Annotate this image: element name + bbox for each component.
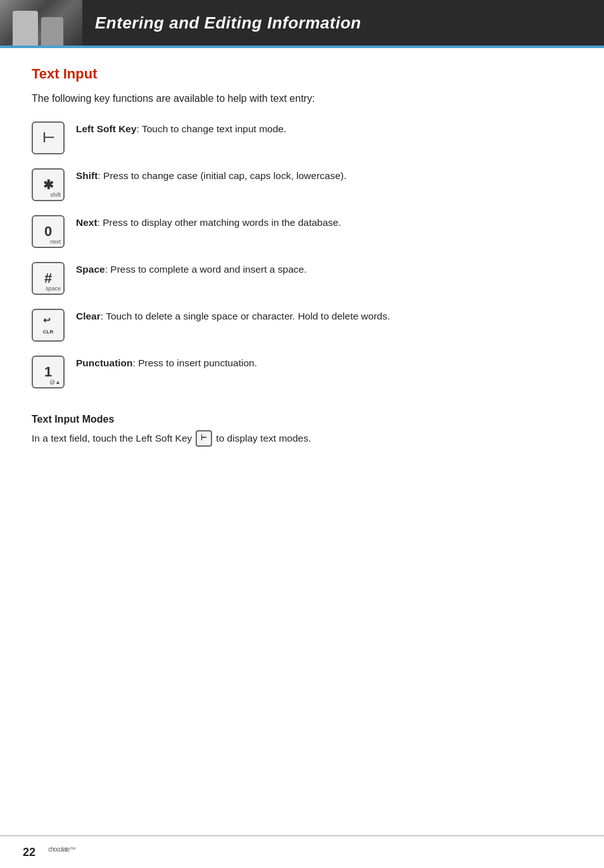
clear-icon: ↩CLR [32,309,65,342]
key-item-space: # space Space: Press to complete a word … [32,262,572,295]
sub-section-title: Text Input Modes [32,414,572,425]
sub-text-after: to display text modes. [216,431,311,447]
lsk-description: Left Soft Key: Touch to change text inpu… [76,121,286,137]
punctuation-desc-text: Press to insert punctuation. [138,357,257,368]
space-sub: space [46,285,61,292]
shift-label: Shift [76,170,98,181]
next-description: Next: Press to display other matching wo… [76,215,341,230]
footer: 22 chocolate™ [0,835,604,868]
shift-sub: shift [50,192,61,198]
key-item-shift: ✱ shift Shift: Press to change case (ini… [32,168,572,201]
figure-left [13,11,38,46]
key-item-clear: ↩CLR Clear: Touch to delete a single spa… [32,309,572,342]
header-image [0,0,82,46]
lsk-colon: : [137,123,142,134]
key-item-punctuation: 1 @▲ Punctuation: Press to insert punctu… [32,356,572,388]
sub-section-text: In a text field, touch the Left Soft Key… [32,430,572,447]
clear-symbol: ↩CLR [43,315,53,335]
next-symbol: 0 [44,223,52,240]
clear-colon: : [101,311,106,321]
clear-description: Clear: Touch to delete a single space or… [76,309,390,324]
punctuation-icon: 1 @▲ [32,356,65,388]
clear-label: Clear [76,311,101,321]
punctuation-sub: @▲ [49,379,61,385]
shift-description: Shift: Press to change case (initial cap… [76,168,346,183]
header-photo [0,0,82,46]
space-colon: : [105,264,111,275]
punctuation-description: Punctuation: Press to insert punctuation… [76,356,257,371]
header: Entering and Editing Information [0,0,604,46]
space-label: Space [76,264,105,275]
section-title: Text Input [32,66,572,82]
brand-logo: chocolate™ [48,844,75,860]
brand-suffix: ™ [70,846,75,853]
shift-symbol: ✱ [43,177,54,192]
punctuation-colon: : [133,357,139,368]
next-label: Next [76,217,98,228]
sub-section-modes: Text Input Modes In a text field, touch … [32,407,572,447]
lsk-label: Left Soft Key [76,123,137,134]
lsk-desc-text: Touch to change text input mode. [142,123,286,134]
page-number: 22 [23,846,35,859]
next-sub: next [50,239,61,245]
main-content: Text Input The following key functions a… [0,48,604,472]
intro-text: The following key functions are availabl… [32,91,572,106]
page-title: Entering and Editing Information [95,13,361,33]
inline-lsk-icon: ⊢ [196,430,212,447]
lsk-symbol: ⊢ [42,130,54,146]
header-title-area: Entering and Editing Information [82,0,604,46]
punctuation-label: Punctuation [76,357,133,368]
space-desc-text: Press to complete a word and insert a sp… [110,264,306,275]
shift-icon: ✱ shift [32,168,65,201]
space-symbol: # [44,270,52,287]
key-item-lsk: ⊢ Left Soft Key: Touch to change text in… [32,121,572,154]
lsk-icon: ⊢ [32,121,65,154]
next-desc-text: Press to display other matching words in… [103,217,341,228]
clear-desc-text: Touch to delete a single space or charac… [106,311,390,321]
key-item-next: 0 next Next: Press to display other matc… [32,215,572,248]
punctuation-symbol: 1 [44,364,52,380]
figure-right [41,17,63,46]
sub-text-before: In a text field, touch the Left Soft Key [32,431,192,447]
next-icon: 0 next [32,215,65,248]
brand-name: chocolate [48,846,70,853]
shift-desc-text: Press to change case (initial cap, caps … [103,170,346,181]
next-colon: : [98,217,103,228]
shift-colon: : [98,170,103,181]
space-icon: # space [32,262,65,295]
space-description: Space: Press to complete a word and inse… [76,262,306,277]
